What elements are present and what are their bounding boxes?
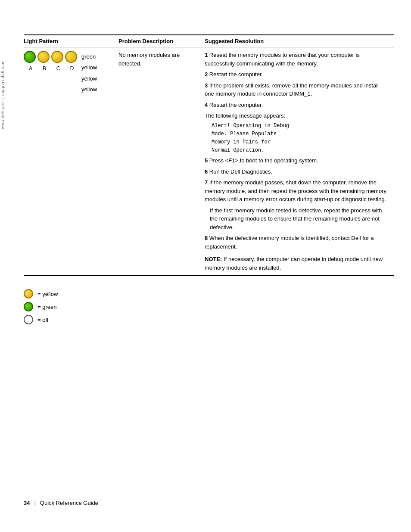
step-4-text: Restart the computer.: [209, 102, 263, 108]
step-2-text: Restart the computer.: [209, 71, 263, 78]
note-block: NOTE: If necessary, the computer can ope…: [205, 255, 389, 272]
step-5-num: 5: [205, 157, 208, 164]
step-7a: 7 If the memory module passes, shut down…: [205, 178, 389, 204]
label-b: B: [38, 65, 50, 72]
step-2-num: 2: [205, 71, 208, 78]
diagnostics-table: Light Pattern Problem Description Sugges…: [24, 34, 394, 276]
lights-row: [24, 51, 78, 63]
step-1: 1 Reseat the memory modules to ensure th…: [205, 51, 389, 68]
label-c: C: [52, 65, 64, 72]
step-8-text: When the defective memory module is iden…: [205, 235, 374, 250]
colors-column: green yellow yellow yellow: [81, 51, 97, 95]
step-8-num: 8: [205, 235, 208, 241]
step-1-text: Reseat the memory modules to ensure that…: [205, 52, 360, 67]
light-d: [65, 51, 77, 63]
legend-item-off: = off: [24, 315, 394, 324]
light-a: [24, 51, 36, 63]
step-6: 6 Run the Dell Diagnostics.: [205, 168, 389, 176]
legend-circle-green: [24, 302, 33, 311]
page-number: 34: [24, 500, 30, 506]
footer-title: Quick Reference Guide: [40, 500, 98, 506]
resolution-content: 1 Reseat the memory modules to ensure th…: [205, 51, 389, 272]
step-1-num: 1: [205, 52, 208, 58]
step-6-text: Run the Dell Diagnostics.: [209, 168, 272, 175]
footer-separator: |: [34, 500, 35, 506]
page-wrapper: www.dell.com | support.dell.com Light Pa…: [0, 0, 411, 532]
step-5-text: Press <F1> to boot to the operating syst…: [209, 157, 318, 164]
step-5: 5 Press <F1> to boot to the operating sy…: [205, 156, 389, 165]
main-content: Light Pattern Problem Description Sugges…: [15, 0, 411, 359]
step-4b: The following message appears:: [205, 112, 389, 120]
legend-circle-off: [24, 315, 33, 324]
problem-description-cell: No memory modules are detected.: [118, 47, 205, 276]
legend-item-yellow: = yellow: [24, 289, 394, 299]
header-suggested-resolution: Suggested Resolution: [205, 35, 394, 47]
label-a: A: [25, 65, 37, 72]
color-d: yellow: [81, 84, 97, 94]
light-labels: A B C D: [24, 65, 78, 72]
header-problem-description: Problem Description: [118, 35, 205, 47]
step-4b-text: The following message appears:: [205, 112, 285, 119]
light-pattern-inner: A B C D green yellow yellow yellow: [24, 51, 114, 95]
code-block: Alert! Operating in Debug Mode. Please P…: [212, 122, 389, 155]
light-b: [37, 51, 50, 63]
light-pattern-cell: A B C D green yellow yellow yellow: [24, 47, 118, 276]
step-6-num: 6: [205, 168, 208, 175]
footer: 34 | Quick Reference Guide: [24, 500, 98, 506]
lights-and-labels: A B C D: [24, 51, 78, 72]
note-label: NOTE:: [205, 256, 222, 262]
legend-label-green: = green: [37, 304, 56, 310]
step-3: 3 If the problem still exists, remove al…: [205, 81, 389, 98]
watermark-text: www.dell.com | support.dell.com: [0, 60, 5, 129]
step-2: 2 Restart the computer.: [205, 70, 389, 79]
step-3-num: 3: [205, 82, 208, 89]
problem-text: No memory modules are detected.: [118, 52, 180, 67]
legend-label-off: = off: [37, 317, 48, 323]
note-text: If necessary, the computer can operate i…: [205, 256, 383, 271]
step-7-num: 7: [205, 179, 208, 186]
legend-label-yellow: = yellow: [37, 291, 58, 297]
light-c: [51, 51, 63, 63]
color-a: green: [81, 52, 97, 62]
color-c: yellow: [81, 74, 97, 84]
step-4-num: 4: [205, 102, 208, 108]
color-b: yellow: [81, 62, 97, 72]
legend-circle-yellow: [24, 289, 33, 299]
resolution-cell: 1 Reseat the memory modules to ensure th…: [205, 47, 394, 276]
step-3-text: If the problem still exists, remove all …: [205, 82, 379, 97]
label-d: D: [66, 65, 78, 72]
legend: = yellow = green = off: [24, 289, 394, 324]
table-row: A B C D green yellow yellow yellow: [24, 47, 394, 276]
legend-item-green: = green: [24, 302, 394, 311]
step-7a-text: If the memory module passes, shut down t…: [205, 179, 386, 202]
step-8: 8 When the defective memory module is id…: [205, 234, 389, 251]
step-7b-text: If the first memory module tested is def…: [210, 207, 382, 230]
header-light-pattern: Light Pattern: [24, 35, 118, 47]
step-4: 4 Restart the computer.: [205, 101, 389, 109]
watermark: www.dell.com | support.dell.com: [1, 60, 5, 129]
step-7b: If the first memory module tested is def…: [210, 206, 389, 232]
